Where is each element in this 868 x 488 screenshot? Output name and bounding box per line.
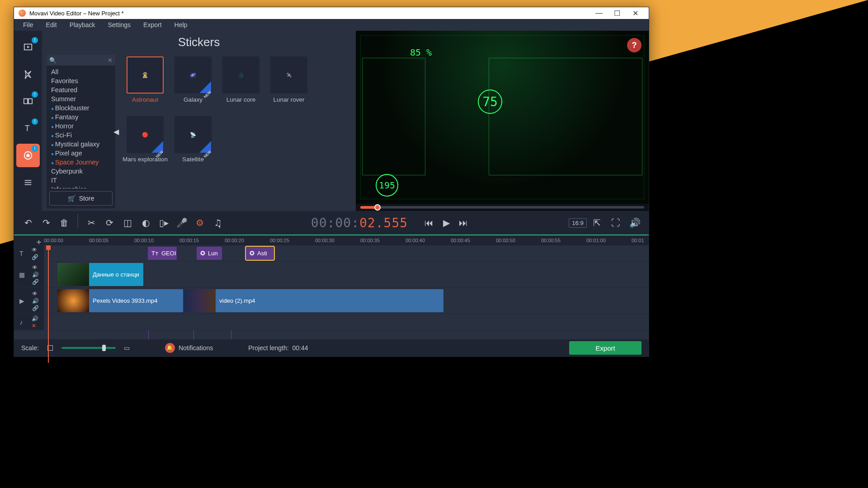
category-item[interactable]: Horror — [47, 122, 115, 131]
cart-icon: 🛒 — [68, 195, 75, 202]
fullscreen-button[interactable]: ⛶ — [607, 214, 624, 231]
preview-seek-bar[interactable] — [356, 204, 649, 211]
notifications-button[interactable]: 🔔 Notifications — [165, 343, 213, 353]
seek-knob[interactable] — [374, 204, 381, 211]
volume-button[interactable]: 🔊 — [626, 214, 643, 231]
detach-preview-button[interactable]: ⇱ — [588, 214, 605, 231]
clip-settings-button[interactable]: ⚙ — [191, 214, 208, 231]
category-item[interactable]: Infographics — [47, 185, 115, 188]
category-item[interactable]: Blockbuster — [47, 103, 115, 113]
play-button[interactable]: ▶ — [439, 214, 454, 231]
transitions-tab[interactable]: ! — [16, 89, 40, 113]
left-tool-rail: ! ! !T ! — [14, 31, 42, 211]
record-audio-button[interactable]: 🎤 — [173, 214, 190, 231]
menu-edit[interactable]: Edit — [40, 21, 63, 28]
category-item[interactable]: Space Journey — [47, 158, 115, 167]
svg-rect-3 — [28, 99, 32, 104]
redo-button[interactable]: ↷ — [38, 214, 55, 231]
preview-canvas[interactable]: 85 % 75 195 — [356, 31, 649, 204]
sticker-item[interactable]: 📡Satellite — [170, 116, 216, 170]
clear-search-button[interactable]: ✕ — [108, 57, 113, 64]
timeline-clip[interactable]: ✪Lun — [197, 247, 222, 260]
timeline-clip[interactable]: ✪Asti — [246, 247, 274, 260]
crop-button[interactable]: ◫ — [119, 214, 136, 231]
mute-toggle[interactable]: 🔊 — [32, 315, 38, 322]
category-item[interactable]: Featured — [47, 85, 115, 94]
timeline-clip[interactable]: Pexels Videos 3933.mp4 — [57, 289, 183, 312]
category-item[interactable]: All — [47, 67, 115, 76]
audio-track: ♪🔊✕ — [14, 314, 649, 330]
store-button[interactable]: 🛒 Store — [49, 191, 113, 206]
collapse-categories-button[interactable]: ◀ — [113, 127, 119, 136]
menu-export[interactable]: Export — [137, 21, 168, 28]
maximize-button[interactable]: ☐ — [608, 9, 626, 18]
timeline-clip[interactable]: TᴛGEOI — [148, 247, 177, 260]
overlay-track-icon: ▦ — [19, 271, 25, 278]
menu-settings[interactable]: Settings — [102, 21, 137, 28]
cut-button[interactable]: ✂ — [83, 214, 100, 231]
timeline-clip[interactable]: video (2).mp4 — [184, 289, 443, 312]
menu-help[interactable]: Help — [168, 21, 194, 28]
category-item[interactable]: Cyberpunk — [47, 167, 115, 176]
color-adjust-button[interactable]: ◐ — [137, 214, 154, 231]
category-item[interactable]: IT — [47, 176, 115, 185]
category-item[interactable]: Favorites — [47, 76, 115, 85]
category-item[interactable]: Sci-Fi — [47, 131, 115, 140]
visibility-toggle[interactable]: 👁 — [32, 291, 39, 297]
equalizer-button[interactable]: ♫̩ — [209, 214, 226, 231]
undo-button[interactable]: ↶ — [19, 214, 37, 231]
hud-percent: 85 % — [410, 47, 432, 58]
category-item[interactable]: Pixel age — [47, 149, 115, 158]
media-tab[interactable]: ! — [16, 35, 40, 59]
transport-bar: ↶ ↷ 🗑 ✂ ⟳ ◫ ◐ ▯▸ 🎤 ⚙ ♫̩ 00:00:02.555 ⏮ ▶… — [14, 211, 649, 235]
preview-panel: ? 85 % 75 195 — [356, 31, 649, 211]
video-track-icon: ▶ — [19, 297, 24, 305]
scale-label: Scale: — [21, 344, 39, 352]
visibility-toggle[interactable]: 👁 — [32, 247, 38, 253]
stickers-tab[interactable]: ! — [16, 144, 40, 167]
rotate-button[interactable]: ⟳ — [101, 214, 118, 231]
sticker-item[interactable]: 🌑Lunar core — [218, 56, 264, 111]
video-track: ▶👁🔊🔗 Pexels Videos 3933.mp4video (2).mp4 — [14, 288, 649, 314]
export-button[interactable]: Export — [569, 341, 642, 355]
aspect-ratio-button[interactable]: 16:9 — [569, 214, 586, 231]
menu-playback[interactable]: Playback — [63, 21, 102, 28]
filters-tab[interactable] — [16, 62, 40, 86]
titles-track-icon: T — [19, 250, 24, 257]
more-tab[interactable] — [16, 171, 40, 194]
scale-slider[interactable] — [61, 347, 116, 349]
titles-tab[interactable]: !T — [16, 117, 40, 140]
timeline-ruler[interactable]: ＋ 00:00:0000:00:0500:00:1000:00:1500:00:… — [14, 235, 649, 245]
category-item[interactable]: Fantasy — [47, 113, 115, 122]
next-frame-button[interactable]: ⏭ — [456, 214, 471, 231]
category-item[interactable]: Mystical galaxy — [47, 140, 115, 149]
menu-file[interactable]: File — [17, 21, 40, 28]
link-toggle[interactable]: 🔗 — [32, 305, 39, 311]
sticker-item[interactable]: 🌌Galaxy — [170, 56, 216, 111]
link-toggle[interactable]: 🔗 — [32, 254, 38, 260]
app-window: Movavi Video Editor – New Project * — ☐ … — [14, 7, 649, 357]
unlink-toggle[interactable]: ✕ — [32, 323, 38, 329]
mute-toggle[interactable]: 🔊 — [32, 272, 39, 278]
playhead[interactable] — [48, 245, 49, 363]
category-item[interactable]: Summer — [47, 94, 115, 103]
notification-dot-icon: ! — [32, 118, 38, 125]
close-button[interactable]: ✕ — [626, 9, 644, 18]
link-toggle[interactable]: 🔗 — [32, 279, 39, 285]
mute-toggle[interactable]: 🔊 — [32, 298, 39, 304]
clip-properties-button[interactable]: ▯▸ — [155, 214, 172, 231]
category-search[interactable]: 🔍 ✕ — [47, 55, 115, 66]
search-icon: 🔍 — [49, 57, 57, 64]
prev-frame-button[interactable]: ⏮ — [421, 214, 437, 231]
fit-timeline-button[interactable]: ▭ — [124, 344, 130, 352]
sticker-item[interactable]: 👨‍🚀Astronaut — [123, 56, 168, 111]
visibility-toggle[interactable]: 👁 — [32, 264, 39, 271]
sticker-item[interactable]: 🔴Mars exploration — [123, 116, 168, 170]
window-title: Movavi Video Editor – New Project * — [29, 10, 124, 17]
store-label: Store — [79, 195, 94, 202]
delete-button[interactable]: 🗑 — [56, 214, 73, 231]
minimize-button[interactable]: — — [590, 9, 608, 17]
timeline-clip[interactable]: Данные о станци — [57, 263, 143, 286]
sticker-item[interactable]: 🛰Lunar rover — [266, 56, 311, 111]
help-button[interactable]: ? — [627, 38, 642, 52]
